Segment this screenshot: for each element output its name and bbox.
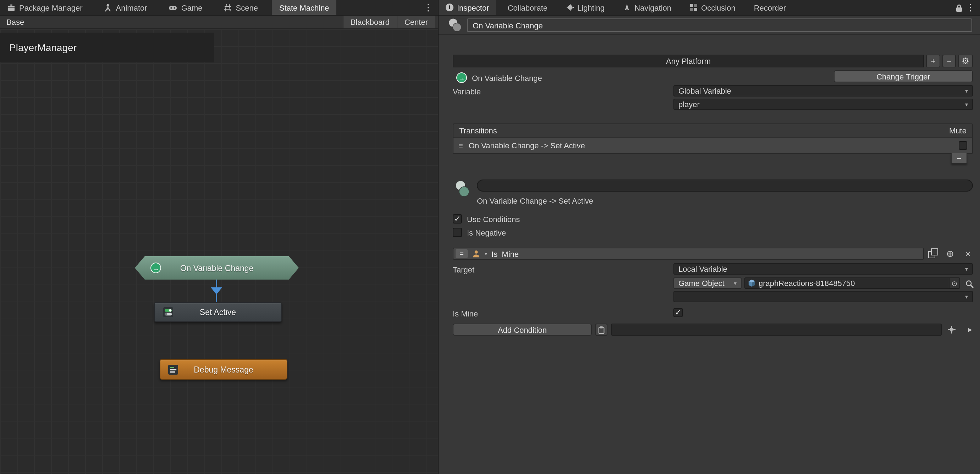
is-mine-checkbox[interactable]: ✓ [673, 308, 682, 317]
trigger-arrow-icon: → [150, 262, 161, 273]
info-icon: i [445, 3, 453, 11]
tab-label: State Machine [279, 3, 329, 12]
game-object-field[interactable]: graphReactions-818485750 ⊙ [745, 277, 960, 289]
node-label: On Variable Change [180, 264, 254, 272]
left-tabbar: Package Manager Animator Game Scene [0, 0, 438, 16]
is-negative-label: Is Negative [467, 229, 506, 237]
debug-message-icon [168, 364, 178, 374]
gamepad-icon [169, 3, 178, 12]
tab-label: Lighting [577, 3, 605, 12]
lighting-icon [566, 3, 574, 11]
tab-package-manager[interactable]: Package Manager [0, 0, 90, 15]
platform-add-button[interactable]: + [926, 55, 940, 67]
tab-navigation[interactable]: Navigation [616, 0, 678, 15]
tab-inspector[interactable]: i Inspector [439, 0, 496, 15]
blackboard-button[interactable]: Blackboard [343, 16, 397, 29]
asset-title-field[interactable]: On Variable Change [467, 18, 972, 32]
inspector-menu-icon[interactable]: ⋮ [966, 3, 975, 12]
tab-occlusion[interactable]: Occlusion [682, 0, 743, 15]
clipboard-icon [598, 325, 605, 334]
object-type-dropdown[interactable]: Game Object ▾ [673, 277, 741, 289]
inspector-dock: i Inspector Collaborate Lighting Navigat… [438, 0, 980, 474]
animator-icon [104, 3, 113, 12]
crosshair-icon[interactable] [945, 324, 958, 336]
tab-label: Animator [116, 3, 147, 12]
is-negative-checkbox[interactable] [453, 228, 462, 237]
variable-name-dropdown[interactable]: player ▾ [673, 99, 973, 110]
scene-grid-icon [224, 3, 232, 12]
tab-state-machine[interactable]: State Machine [272, 0, 336, 15]
center-button[interactable]: Center [397, 16, 435, 29]
any-platform-bar[interactable]: Any Platform [453, 55, 924, 67]
left-panel-menu-icon[interactable]: ⋮ [424, 3, 433, 12]
transition-mute-checkbox[interactable] [959, 141, 967, 150]
variable-scope-dropdown[interactable]: Global Variable ▾ [673, 85, 973, 97]
use-conditions-label: Use Conditions [467, 215, 520, 224]
chevron-down-icon[interactable]: ▾ [485, 251, 487, 256]
tab-label: Collaborate [508, 3, 548, 12]
cube-icon [748, 279, 756, 287]
state-machine-asset-icon [447, 17, 463, 35]
occlusion-icon [690, 3, 698, 11]
platform-remove-button[interactable]: − [942, 55, 956, 67]
lock-icon[interactable] [955, 3, 963, 14]
trigger-name-label: On Variable Change [472, 74, 542, 82]
transition-edge-arrowhead [211, 287, 222, 294]
transition-detail-label: On Variable Change -> Set Active [477, 197, 593, 205]
tab-label: Navigation [635, 3, 671, 12]
tab-lighting[interactable]: Lighting [559, 0, 612, 15]
duplicate-condition-icon[interactable] [928, 248, 938, 258]
add-circle-icon[interactable]: ⊕ [944, 247, 956, 260]
chevron-down-icon: ▾ [962, 87, 968, 94]
transition-list-item[interactable]: ≡ On Variable Change -> Set Active [453, 137, 972, 153]
transition-asset-icon [454, 179, 471, 200]
tab-label: Occlusion [701, 3, 735, 12]
use-conditions-checkbox[interactable]: ✓ [453, 214, 462, 224]
play-icon[interactable]: ▸ [965, 324, 975, 336]
set-active-icon [163, 307, 173, 317]
tab-label: Package Manager [19, 3, 83, 12]
transition-item-label: On Variable Change -> Set Active [469, 141, 585, 150]
graph-title: PlayerManager [9, 42, 76, 53]
condition-extra-field[interactable] [611, 324, 942, 336]
close-condition-icon[interactable]: × [962, 247, 974, 260]
game-object-name: graphReactions-818485750 [759, 279, 855, 287]
node-set-active[interactable]: Set Active [154, 302, 282, 322]
breadcrumb-base[interactable]: Base [0, 18, 30, 26]
inspector-header: On Variable Change [439, 16, 980, 35]
mute-column-label: Mute [949, 126, 967, 135]
tab-animator[interactable]: Animator [97, 0, 154, 15]
paste-condition-button[interactable] [595, 324, 608, 336]
condition-header-bar[interactable]: = ▾ Is Mine [453, 248, 924, 260]
tab-label: Inspector [457, 3, 489, 12]
chevron-down-icon: ▾ [962, 293, 968, 300]
platform-settings-button[interactable]: ⚙ [958, 55, 973, 67]
condition-operator-badge: = [456, 249, 468, 258]
graph-toolbar: Base Blackboard Center [0, 16, 438, 29]
search-icon[interactable] [964, 279, 974, 289]
object-picker-icon[interactable]: ⊙ [949, 278, 959, 288]
target-label: Target [453, 266, 474, 274]
add-condition-button[interactable]: Add Condition [453, 324, 592, 336]
chevron-down-icon: ▾ [730, 280, 737, 286]
node-on-variable-change[interactable]: → On Variable Change [135, 256, 299, 280]
extra-dropdown[interactable]: ▾ [673, 291, 973, 302]
navigation-icon [623, 3, 631, 11]
transition-name-input[interactable] [477, 180, 973, 192]
target-scope-dropdown[interactable]: Local Variable ▾ [673, 263, 973, 275]
drag-handle-icon[interactable]: ≡ [458, 141, 463, 150]
node-debug-message[interactable]: Debug Message [160, 359, 287, 380]
node-label: Set Active [200, 308, 236, 317]
graph-toolbar-right: Blackboard Center [343, 16, 435, 29]
transitions-header: Transitions Mute [453, 124, 972, 137]
tab-scene[interactable]: Scene [217, 0, 265, 15]
tab-collaborate[interactable]: Collaborate [501, 0, 555, 15]
trigger-badge-icon: → [456, 72, 467, 83]
inspector-body: Any Platform + − ⚙ → On Variable Change … [439, 35, 980, 474]
tab-recorder[interactable]: Recorder [747, 0, 793, 15]
change-trigger-button[interactable]: Change Trigger [834, 70, 973, 82]
tab-game[interactable]: Game [161, 0, 210, 15]
condition-title: Is Mine [492, 250, 519, 258]
remove-transition-button[interactable]: − [951, 153, 967, 164]
graph-canvas[interactable]: PlayerManager → On Variable Change Set A… [0, 29, 438, 474]
